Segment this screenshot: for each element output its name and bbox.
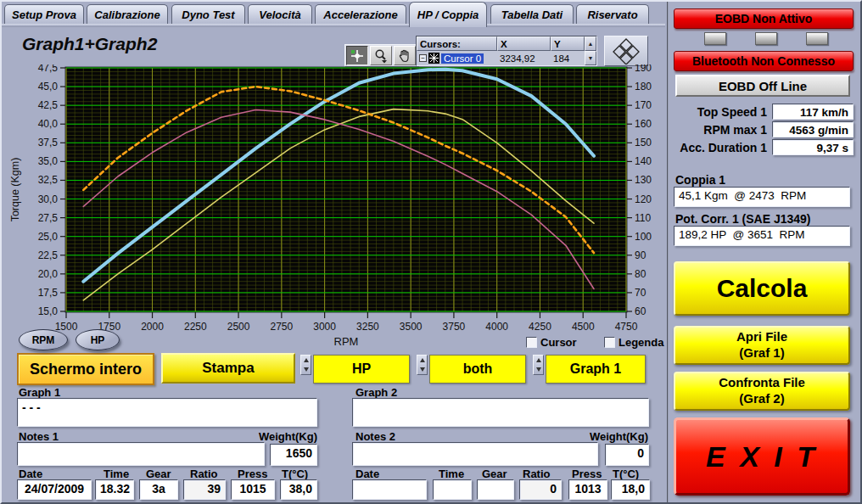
tab-velocita[interactable]: Velocità [248, 4, 312, 24]
tab-calibrazione[interactable]: Calibrazione [87, 4, 168, 24]
gear1-field[interactable]: 3a [139, 479, 178, 500]
graph1-file-field[interactable]: - - - [17, 398, 317, 427]
graph2-file-field[interactable] [352, 398, 649, 427]
print-button[interactable]: Stampa [161, 353, 295, 384]
svg-text:3500: 3500 [400, 321, 423, 333]
graph-palette[interactable] [604, 36, 648, 66]
svg-text:17,5: 17,5 [38, 287, 59, 299]
svg-text:RPM: RPM [334, 335, 359, 348]
svg-text:4500: 4500 [572, 321, 595, 333]
ring-graph-select[interactable]: Graph 1 [546, 355, 646, 384]
hp-axis-button[interactable]: HP [76, 329, 120, 350]
cursor-legend-scroll-down[interactable]: ▼ [585, 51, 596, 65]
spinner-up-icon [420, 358, 425, 362]
cursor-x-value: 3234,92 [497, 51, 551, 65]
tab-accelerazione[interactable]: Accelerazione [315, 4, 406, 24]
cursor-style-icon [428, 53, 439, 64]
ratio2-field[interactable]: 0 [519, 479, 562, 500]
temp1-field[interactable]: 38,0 [280, 479, 317, 500]
weight1-label: Weight(Kg) [251, 430, 317, 443]
press1-field[interactable]: 1015 [231, 479, 275, 500]
svg-text:2000: 2000 [141, 321, 164, 333]
press2-field[interactable]: 1013 [568, 479, 607, 500]
svg-text:40,0: 40,0 [38, 118, 59, 130]
coppia-label: Coppia 1 [675, 173, 725, 187]
svg-text:90: 90 [635, 249, 646, 261]
time1-field[interactable]: 18.32 [95, 479, 134, 500]
cursor-legend-col-x: X [497, 36, 551, 51]
legend-checkbox-label: Legenda [619, 336, 663, 349]
fullscreen-button[interactable]: Schermo intero [17, 353, 154, 385]
led-indicator-2[interactable] [755, 32, 777, 45]
date1-field[interactable]: 24/07/2009 [17, 479, 92, 500]
notes1-field[interactable] [17, 442, 265, 466]
ring-both-select[interactable]: both [429, 355, 526, 384]
gear2-label: Gear [482, 468, 507, 480]
svg-text:30,0: 30,0 [38, 193, 59, 205]
ratio2-label: Ratio [523, 468, 551, 480]
confronta-file-line1: Confronta File [719, 375, 805, 391]
temp2-field[interactable]: 18,0 [611, 479, 650, 500]
temp1-label: T(°C) [282, 468, 308, 480]
dyno-chart: 47,545,042,540,037,535,032,530,027,525,0… [5, 64, 660, 350]
svg-text:Torque (Kgm): Torque (Kgm) [9, 158, 21, 222]
led-indicator-3[interactable] [806, 32, 828, 45]
cursor-checkbox-label: Cursor [540, 336, 577, 349]
notes2-field[interactable] [352, 442, 598, 466]
spinner-down-icon [536, 367, 541, 372]
cursor-checkbox[interactable] [526, 337, 537, 348]
tab-riservato[interactable]: Riservato [576, 4, 649, 24]
ratio1-field[interactable]: 39 [183, 479, 226, 500]
led-indicator-1[interactable] [704, 32, 726, 45]
gear2-field[interactable] [477, 479, 514, 500]
tab-dyno-test[interactable]: Dyno Test [171, 4, 245, 24]
tab-tabella-dati[interactable]: Tabella Dati [490, 4, 574, 24]
confronta-file-line2: (Graf 2) [739, 391, 784, 407]
calcola-button[interactable]: Calcola [674, 261, 850, 316]
weight2-field[interactable]: 0 [605, 444, 649, 466]
cursor-name[interactable]: Cursor 0 [441, 53, 484, 64]
ring-hp-spinner[interactable] [300, 355, 311, 375]
svg-text:110: 110 [635, 212, 651, 224]
rpm-axis-button[interactable]: RPM [19, 329, 68, 350]
date2-field[interactable] [352, 479, 427, 500]
dyno-chart-svg: 47,545,042,540,037,535,032,530,027,525,0… [5, 64, 660, 350]
notes1-label: Notes 1 [19, 430, 59, 443]
ring-graph-spinner[interactable] [533, 355, 544, 375]
magnifier-icon [373, 48, 389, 64]
svg-text:4250: 4250 [529, 321, 551, 333]
cursor-y-value: 184 [551, 51, 585, 65]
pot-corr-value-field: 189,2 HP @ 3651 RPM [674, 226, 850, 246]
pan-tool-button[interactable] [394, 46, 416, 65]
svg-text:3750: 3750 [443, 321, 466, 333]
cursor-expander[interactable]: − [419, 54, 427, 62]
zoom-tool-button[interactable] [370, 46, 392, 65]
exit-button[interactable]: E X I T [674, 417, 850, 496]
graph-tool-strip [344, 44, 419, 67]
tab-setup-prova[interactable]: Setup Prova [4, 4, 84, 24]
cursor-tool-button[interactable] [346, 46, 368, 65]
tab-hp-coppia[interactable]: HP / Coppia [409, 2, 487, 27]
spinner-down-icon [420, 367, 425, 372]
time2-field[interactable] [433, 479, 472, 500]
date1-label: Date [19, 468, 42, 480]
svg-text:3000: 3000 [313, 321, 336, 333]
legend-checkbox[interactable] [604, 337, 615, 348]
svg-text:140: 140 [635, 155, 652, 167]
svg-text:2250: 2250 [184, 321, 207, 333]
spinner-up-icon [304, 358, 309, 362]
svg-text:20,0: 20,0 [38, 268, 59, 280]
ring-both-spinner[interactable] [417, 355, 428, 375]
weight1-field[interactable]: 1650 [270, 444, 317, 466]
confronta-file-button[interactable]: Confronta File (Graf 2) [674, 372, 850, 411]
svg-text:70: 70 [635, 287, 646, 299]
svg-text:4000: 4000 [485, 321, 508, 333]
rpm-max-label: RPM max 1 [669, 123, 767, 137]
cursor-legend-scroll-up[interactable]: ▲ [585, 36, 596, 51]
cursor-row[interactable]: − Cursor 0 [417, 51, 497, 65]
rpm-max-value: 4563 g/min [772, 121, 854, 137]
legend-checkbox-row: Legenda [604, 336, 663, 349]
ring-hp-select[interactable]: HP [313, 355, 410, 384]
apri-file-button[interactable]: Apri File (Graf 1) [674, 326, 850, 365]
eobd-offline-button[interactable]: EOBD Off Line [675, 75, 850, 97]
